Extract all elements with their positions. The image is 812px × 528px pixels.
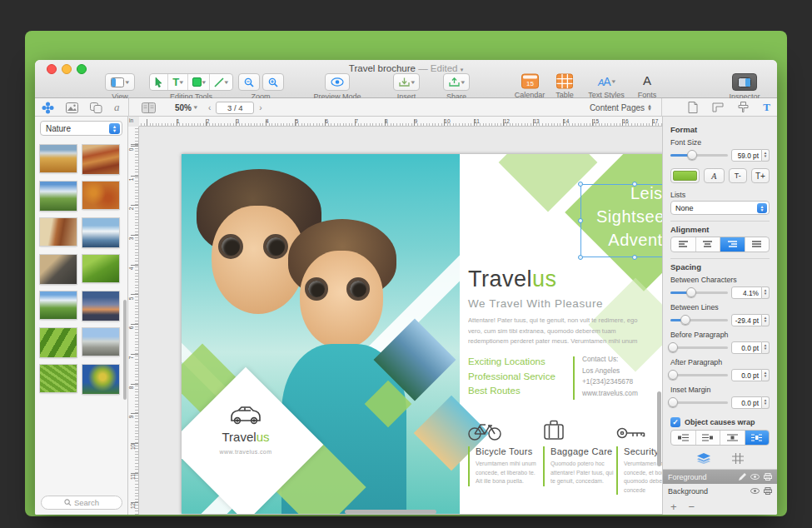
between-lines-slider[interactable] xyxy=(670,319,728,321)
between-characters-slider[interactable] xyxy=(670,291,728,294)
layer-print-icon[interactable] xyxy=(764,473,772,481)
remove-layer-button[interactable]: − xyxy=(689,501,695,513)
thumbnail-autumn-mountain[interactable] xyxy=(40,145,77,172)
geometry-tab-icon[interactable] xyxy=(712,102,724,112)
select-tool-button[interactable] xyxy=(150,74,168,90)
thumbnail-golf-shadows[interactable] xyxy=(40,328,77,357)
share-button[interactable]: ▾ xyxy=(443,73,471,91)
search-input[interactable]: Search xyxy=(41,496,122,510)
insert-icon xyxy=(399,77,410,87)
layer-visibility-icon[interactable] xyxy=(750,474,760,480)
canvas[interactable]: 1234567891011121314151617 01234567891011… xyxy=(128,117,662,515)
next-page-button[interactable]: › xyxy=(259,103,262,112)
selection-handle-n[interactable] xyxy=(632,182,637,187)
thumbnail-autumn-forest[interactable] xyxy=(82,182,119,209)
before-paragraph-slider[interactable] xyxy=(670,346,728,349)
after-paragraph-field[interactable]: 0.0 pt▲▼ xyxy=(731,369,770,381)
thumbnail-field-furrows[interactable] xyxy=(40,365,77,392)
align-justify-button[interactable] xyxy=(745,237,770,252)
ruler-horizontal: 1234567891011121314151617 xyxy=(139,117,662,127)
photos-tab-icon[interactable] xyxy=(66,102,78,113)
prev-page-button[interactable]: ‹ xyxy=(208,103,211,112)
canvas-vscrollbar[interactable] xyxy=(657,391,661,466)
thumbnail-golf-hills[interactable] xyxy=(82,255,119,282)
thumbnail-palm-sunset[interactable] xyxy=(82,291,119,321)
add-layer-button[interactable]: + xyxy=(670,501,677,513)
toolbar-group-preview: Preview Mode xyxy=(300,73,375,101)
layer-row-background[interactable]: Background xyxy=(663,484,777,498)
text-color-well[interactable] xyxy=(670,168,700,183)
title-chevron-icon[interactable]: ▾ xyxy=(461,67,464,72)
document-tab-icon[interactable] xyxy=(688,102,698,113)
lists-dropdown[interactable]: None ▲▼ xyxy=(670,201,770,215)
table-button[interactable] xyxy=(556,73,573,89)
sidebar-scrollbar[interactable] xyxy=(123,300,127,400)
fill-style-tab-icon[interactable] xyxy=(738,102,749,113)
inset-margin-field[interactable]: 0.0 pt▲▼ xyxy=(731,396,770,409)
page-indicator[interactable]: 3 / 4 xyxy=(216,102,254,114)
after-paragraph-slider[interactable] xyxy=(670,374,728,376)
category-dropdown[interactable]: Nature ▲▼ xyxy=(40,121,122,136)
pages-menu[interactable]: Content Pages ▲▼ xyxy=(590,98,652,117)
thumbnail-yellow-tree[interactable] xyxy=(82,365,119,394)
selection-handle-sw[interactable] xyxy=(578,255,583,260)
text-styles-button[interactable]: AA▾ xyxy=(598,73,615,89)
thumbnail-river-valley[interactable] xyxy=(40,291,77,319)
layer-row-foreground[interactable]: Foreground xyxy=(663,470,777,484)
shapes-tab-icon[interactable] xyxy=(90,102,102,113)
thumbnail-valley-clouds[interactable] xyxy=(40,182,77,211)
selection-box[interactable] xyxy=(580,184,662,257)
calendar-button[interactable]: 15 xyxy=(521,73,539,89)
increase-size-button[interactable]: T+ xyxy=(751,168,770,183)
align-left-button[interactable] xyxy=(671,237,696,252)
font-size-field[interactable]: 59.0 pt ▲▼ xyxy=(731,149,770,162)
thumbnail-snowy-mountain[interactable] xyxy=(82,218,119,247)
grid-tab-icon[interactable] xyxy=(732,453,744,464)
wrap-above-below-button[interactable] xyxy=(720,431,745,445)
inspector-button[interactable] xyxy=(732,73,757,91)
between-lines-field[interactable]: -29.4 pt▲▼ xyxy=(731,314,770,326)
layer-visibility-icon[interactable] xyxy=(750,488,760,494)
text-tool-button[interactable]: T▾ xyxy=(168,74,187,90)
preview-mode-button[interactable] xyxy=(325,73,350,91)
text-tab-icon[interactable]: T xyxy=(763,101,770,114)
edit-layer-icon[interactable] xyxy=(739,473,746,481)
artwork-tab-icon[interactable]: a xyxy=(114,101,120,114)
align-right-button[interactable] xyxy=(720,237,745,252)
zoom-in-button[interactable] xyxy=(262,73,284,91)
object-causes-wrap-checkbox[interactable]: ✓ xyxy=(670,417,680,427)
zoom-out-button[interactable] xyxy=(238,73,260,91)
zoom-level-menu[interactable]: 50%▾ xyxy=(175,98,197,117)
wrap-left-button[interactable] xyxy=(671,431,696,445)
line-tool-button[interactable]: ▾ xyxy=(210,74,232,90)
layers-tab-icon[interactable] xyxy=(697,453,710,464)
selection-handle-s[interactable] xyxy=(632,255,637,260)
thumbnail-pebbles[interactable] xyxy=(40,255,77,284)
font-size-value[interactable]: 59.0 pt xyxy=(731,149,762,162)
thumbnail-hoodoos[interactable] xyxy=(40,218,77,246)
character-style-button[interactable]: A xyxy=(704,168,725,183)
between-characters-field[interactable]: 4.1%▲▼ xyxy=(731,286,770,299)
insert-button[interactable]: ▾ xyxy=(393,73,421,91)
font-size-stepper[interactable]: ▲▼ xyxy=(762,149,770,162)
layer-print-icon[interactable] xyxy=(764,487,772,495)
selection-handle-nw[interactable] xyxy=(578,182,583,187)
decrease-size-button[interactable]: T- xyxy=(729,168,747,183)
fonts-button[interactable]: A xyxy=(643,73,651,89)
canvas-hscrollbar[interactable] xyxy=(345,510,436,514)
before-paragraph-field[interactable]: 0.0 pt▲▼ xyxy=(731,341,770,354)
wrap-around-button[interactable] xyxy=(745,431,770,445)
brochure-page[interactable]: Travelus www.travelus.com Leisure Sights… xyxy=(182,154,662,514)
inset-margin-slider[interactable] xyxy=(670,401,728,404)
spread-view-toggle[interactable] xyxy=(142,98,156,117)
align-center-button[interactable] xyxy=(696,237,721,252)
line-tool-icon xyxy=(214,77,224,87)
thumbnail-painted-hills[interactable] xyxy=(82,145,119,174)
thumbnail-rocky-mountain[interactable] xyxy=(82,328,119,356)
clipart-tab-icon[interactable] xyxy=(42,102,54,114)
wrap-right-button[interactable] xyxy=(696,431,721,445)
selection-handle-w[interactable] xyxy=(578,218,583,223)
shape-tool-button[interactable]: ▾ xyxy=(188,74,211,90)
font-size-slider[interactable] xyxy=(670,154,728,157)
view-button[interactable]: ▾ xyxy=(105,73,135,91)
